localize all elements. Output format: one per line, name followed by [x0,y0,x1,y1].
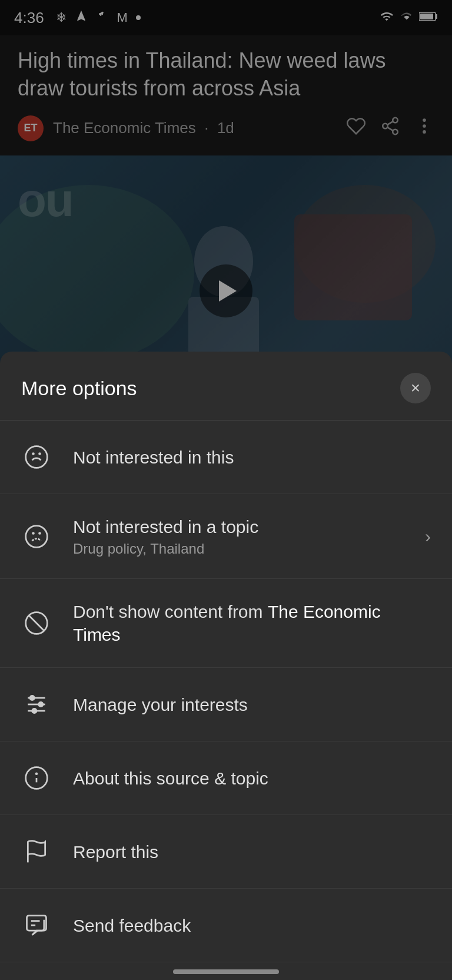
menu-item-feedback[interactable]: Send feedback [0,889,452,962]
svg-line-25 [29,615,44,631]
block-icon [21,608,52,638]
menu-text-dont-show: Don't show content from The Economic Tim… [73,600,431,646]
chevron-right-icon: › [425,527,431,547]
svg-point-30 [39,702,43,706]
not-interested-label: Not interested in this [73,446,431,469]
menu-text-about-source: About this source & topic [73,767,431,790]
manage-interests-label: Manage your interests [73,693,431,716]
not-interested-icon [21,442,52,472]
menu-item-report[interactable]: Report this [0,815,452,889]
bottom-sheet: More options × Not interested in this [0,352,452,980]
svg-point-18 [26,446,48,468]
not-interested-topic-sublabel: Drug policy, Thailand [73,541,404,557]
dont-show-label: Don't show content from The Economic Tim… [73,600,431,646]
menu-text-manage-interests: Manage your interests [73,693,431,716]
feedback-icon [21,910,52,941]
sliders-icon [21,689,52,720]
menu-item-dont-show[interactable]: Don't show content from The Economic Tim… [0,579,452,668]
menu-item-not-interested-topic[interactable]: Not interested in a topic Drug policy, T… [0,494,452,579]
svg-point-29 [30,696,34,700]
home-indicator [173,969,279,974]
feedback-label: Send feedback [73,914,431,937]
menu-item-not-interested[interactable]: Not interested in this [0,421,452,494]
menu-text-report: Report this [73,840,431,863]
menu-item-manage-interests[interactable]: Manage your interests [0,668,452,741]
flag-icon [21,836,52,867]
report-label: Report this [73,840,431,863]
info-icon [21,763,52,793]
svg-point-21 [26,525,48,547]
close-button[interactable]: × [400,373,431,403]
svg-point-31 [32,708,36,713]
menu-text-not-interested: Not interested in this [73,446,431,469]
not-interested-topic-label: Not interested in a topic [73,515,404,538]
bottom-sheet-title: More options [21,377,137,400]
not-interested-topic-icon [21,521,52,552]
menu-item-about-source[interactable]: About this source & topic [0,741,452,815]
menu-text-feedback: Send feedback [73,914,431,937]
menu-text-not-interested-topic: Not interested in a topic Drug policy, T… [73,515,404,557]
bottom-sheet-header: More options × [0,352,452,421]
about-source-label: About this source & topic [73,767,431,790]
